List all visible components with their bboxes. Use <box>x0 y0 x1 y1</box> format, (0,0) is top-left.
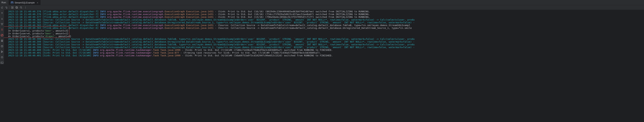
terminal-icon[interactable] <box>0 61 4 64</box>
log-line[interactable]: 2023-12-18 21:40:40.383 [flink-akka.acto… <box>8 24 642 27</box>
down-arrow-icon[interactable] <box>0 17 4 20</box>
log-line[interactable]: 2023-12-18 21:40:40.399 [Source: Collect… <box>8 38 642 40</box>
log-line[interactable]: 2023-12-18 21:40:40.399 [Source: Collect… <box>8 46 642 49</box>
run-header-bar: Run: StreamSQLExample × <box>0 0 644 5</box>
log-line[interactable]: 2023-12-18 21:40:40.376 [flink-akka.acto… <box>8 13 642 16</box>
print-icon[interactable] <box>0 39 4 42</box>
more-icon[interactable] <box>24 6 27 9</box>
tab-label: StreamSQLExample <box>14 2 34 4</box>
run-config-icon <box>11 2 14 4</box>
log-line[interactable]: 2> Order{user=4, product='beer', amount=… <box>8 32 642 35</box>
run-main: 2023-12-18 21:40:40.376 [flink-akka.acto… <box>0 5 644 64</box>
svg-rect-1 <box>11 2 13 2</box>
close-icon[interactable]: × <box>37 1 38 4</box>
rerun-icon[interactable] <box>0 6 4 9</box>
scroll-to-end-icon[interactable] <box>11 6 14 9</box>
left-toolbar <box>0 5 4 64</box>
svg-rect-12 <box>16 7 18 8</box>
play-icon[interactable] <box>0 50 4 53</box>
scroll-stack-icon[interactable] <box>15 6 18 9</box>
log-line[interactable]: 2023-12-18 21:40:40.399 [Source: Collect… <box>8 40 642 43</box>
up-arrow-icon[interactable] <box>0 12 4 15</box>
svg-line-3 <box>1 34 3 36</box>
log-line[interactable]: 2023-12-18 21:40:40.383 [Source: Collect… <box>8 18 642 21</box>
trash-icon[interactable] <box>0 28 4 31</box>
soft-wrap-icon[interactable] <box>5 6 8 9</box>
stop-icon[interactable] <box>0 34 4 37</box>
console-toolbar <box>4 5 644 10</box>
log-line[interactable]: 2023-12-18 21:40:40.383 [Source: Collect… <box>8 21 642 24</box>
svg-point-15 <box>25 6 26 7</box>
filter-icon[interactable] <box>0 23 4 26</box>
svg-rect-11 <box>16 6 17 8</box>
log-line[interactable]: 4> Order{user=1, product='diaper', amoun… <box>8 35 642 38</box>
log-line[interactable]: 2023-12-18 21:40:40.376 [flink-akka.acto… <box>8 10 642 13</box>
svg-point-17 <box>25 8 26 8</box>
log-line[interactable]: 2023-12-18 21:40:40.377 [flink-akka.acto… <box>8 16 642 18</box>
run-tab[interactable]: StreamSQLExample × <box>9 0 40 5</box>
svg-point-16 <box>25 7 26 8</box>
svg-rect-9 <box>1 62 3 64</box>
history-icon[interactable] <box>0 45 4 48</box>
content-area: 2023-12-18 21:40:40.376 [flink-akka.acto… <box>4 5 644 64</box>
svg-point-8 <box>1 56 3 58</box>
log-line[interactable]: 2023-12-18 21:40:40.399 [Source: Collect… <box>8 43 642 46</box>
log-line[interactable]: 3> Order{user=1, product='beer', amount=… <box>8 30 642 32</box>
svg-point-13 <box>20 6 22 8</box>
search-icon[interactable] <box>20 6 22 9</box>
log-line[interactable]: 2023-12-18 21:40:40.383 [flink-akka.acto… <box>8 27 642 30</box>
log-line[interactable]: 2023-12-18 21:40:40.401 [Sink: Print to … <box>8 52 642 54</box>
svg-line-14 <box>22 8 22 8</box>
console-output[interactable]: 2023-12-18 21:40:40.376 [flink-akka.acto… <box>4 10 644 64</box>
log-line[interactable]: 2023-12-18 21:40:40.401 [Sink: Print to … <box>8 54 642 57</box>
svg-rect-5 <box>2 40 2 40</box>
log-line[interactable]: 2023-12-18 21:40:40.400 [Sink: Print to … <box>8 49 642 52</box>
debug-icon[interactable] <box>0 56 4 59</box>
run-label: Run: <box>2 1 9 4</box>
